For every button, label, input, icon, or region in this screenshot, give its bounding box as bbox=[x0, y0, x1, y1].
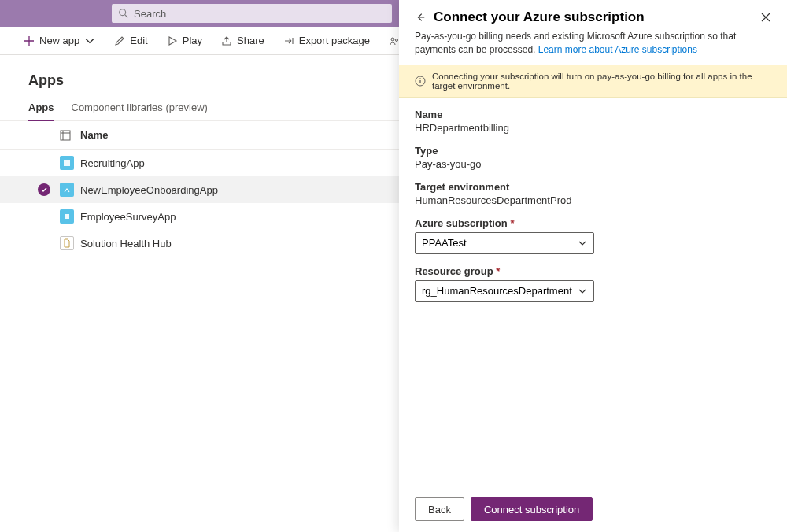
info-icon bbox=[415, 76, 426, 87]
banner-text: Connecting your subscription will turn o… bbox=[432, 72, 771, 91]
env-value: HumanResourcesDepartmentProd bbox=[415, 194, 771, 206]
svg-point-2 bbox=[391, 38, 394, 41]
panel-description: Pay-as-you-go billing needs and existing… bbox=[415, 30, 771, 57]
tab-component-libraries[interactable]: Component libraries (preview) bbox=[72, 102, 208, 120]
search-placeholder: Search bbox=[134, 8, 166, 20]
close-icon[interactable] bbox=[760, 12, 771, 23]
teams-icon bbox=[389, 35, 400, 46]
pencil-icon bbox=[114, 35, 125, 46]
svg-point-12 bbox=[419, 78, 421, 79]
info-banner: Connecting your subscription will turn o… bbox=[399, 65, 787, 98]
back-button[interactable]: Back bbox=[415, 497, 464, 521]
name-label: Name bbox=[415, 109, 771, 120]
svg-point-0 bbox=[120, 9, 126, 16]
panel-footer: Back Connect subscription bbox=[399, 486, 787, 532]
export-icon bbox=[283, 35, 294, 46]
chevron-down-icon bbox=[578, 238, 587, 248]
search-icon bbox=[118, 8, 129, 19]
panel-body: Name HRDepartmentbilling Type Pay-as-you… bbox=[399, 98, 787, 486]
app-icon bbox=[60, 156, 74, 170]
chevron-down-icon bbox=[84, 35, 95, 46]
share-button[interactable]: Share bbox=[213, 31, 272, 50]
type-value: Pay-as-you-go bbox=[415, 158, 771, 170]
share-icon bbox=[221, 35, 232, 46]
svg-point-3 bbox=[396, 39, 398, 41]
svg-rect-8 bbox=[64, 160, 70, 166]
edit-button[interactable]: Edit bbox=[106, 31, 155, 50]
connect-azure-panel: Connect your Azure subscription Pay-as-y… bbox=[399, 0, 787, 532]
column-selector-icon bbox=[60, 130, 71, 141]
learn-more-link[interactable]: Learn more about Azure subscriptions bbox=[538, 44, 697, 55]
panel-title: Connect your Azure subscription bbox=[434, 9, 752, 25]
connect-subscription-button[interactable]: Connect subscription bbox=[471, 497, 593, 521]
new-app-button[interactable]: New app bbox=[16, 31, 103, 50]
tab-apps[interactable]: Apps bbox=[28, 102, 54, 121]
chevron-down-icon bbox=[578, 286, 587, 296]
play-icon bbox=[167, 35, 178, 46]
column-type-icon[interactable] bbox=[60, 130, 80, 141]
back-arrow-icon[interactable] bbox=[415, 12, 426, 23]
svg-rect-9 bbox=[65, 214, 69, 219]
search-box[interactable]: Search bbox=[112, 4, 392, 23]
plus-icon bbox=[24, 35, 35, 46]
solution-icon bbox=[60, 236, 74, 250]
app-icon bbox=[60, 209, 74, 224]
subscription-select[interactable]: PPAATest bbox=[415, 232, 594, 254]
play-button[interactable]: Play bbox=[159, 31, 210, 50]
resource-group-select[interactable]: rg_HumanResourcesDepartment bbox=[415, 280, 594, 302]
export-button[interactable]: Export package bbox=[275, 31, 378, 50]
subscription-label: Azure subscription * bbox=[415, 217, 771, 229]
env-label: Target environment bbox=[415, 181, 771, 193]
app-icon bbox=[60, 183, 74, 197]
checkmark-icon[interactable] bbox=[38, 183, 50, 196]
resource-group-label: Resource group * bbox=[415, 265, 771, 277]
type-label: Type bbox=[415, 145, 771, 157]
svg-line-1 bbox=[125, 15, 128, 18]
svg-rect-5 bbox=[61, 131, 70, 140]
name-value: HRDepartmentbilling bbox=[415, 122, 771, 134]
